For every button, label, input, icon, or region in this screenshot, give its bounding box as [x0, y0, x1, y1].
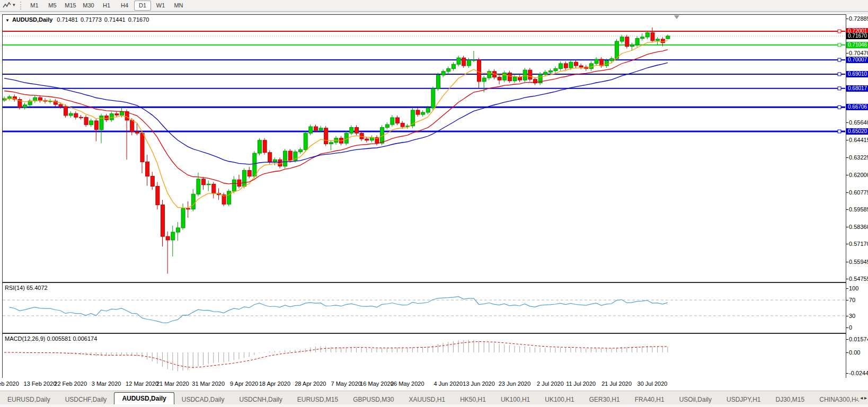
chart-shift-marker-icon[interactable] [674, 15, 679, 19]
timeframe-button-m1[interactable]: M1 [26, 1, 43, 11]
date-axis[interactable]: 4 Feb 202013 Feb 202022 Feb 20203 Mar 20… [0, 378, 868, 390]
macd-tick-label: 0.00 [849, 349, 860, 356]
timeframe-button-m30[interactable]: M30 [80, 1, 97, 11]
level-line-handle[interactable] [838, 73, 841, 76]
candlestick [350, 127, 353, 133]
date-tick-label: 28 Apr 2020 [295, 381, 326, 387]
candlestick [69, 113, 73, 116]
macd-tick-label: -0.024412 [849, 370, 868, 376]
candlestick [426, 108, 430, 112]
candlestick [253, 153, 256, 176]
symbol-tab-uk100-h1[interactable]: UK100,H1 [493, 394, 537, 405]
symbol-tab-eurusd-m15[interactable]: EURUSD,M15 [290, 394, 346, 405]
candlestick [191, 194, 195, 209]
candlestick [212, 184, 216, 193]
symbol-tab-usoil-daily[interactable]: USOil,Daily [672, 394, 719, 405]
price-level-badge: 0.70007 [846, 57, 868, 63]
timeframe-button-w1[interactable]: W1 [152, 1, 169, 11]
candlestick [630, 45, 634, 47]
candlestick [620, 37, 624, 41]
symbol-tab-gbpusd-m30[interactable]: GBPUSD,M30 [346, 394, 401, 405]
candlestick [625, 37, 629, 47]
chart-tool-icon[interactable] [2, 1, 12, 10]
candlestick [74, 113, 78, 117]
candlestick [610, 58, 614, 60]
timeframe-button-h4[interactable]: H4 [116, 1, 133, 11]
candlestick [268, 153, 272, 162]
candlestick [288, 151, 292, 161]
price-tick-label: 0.54755 [849, 276, 868, 282]
symbol-tab-hk50-h1[interactable]: HK50,H1 [453, 394, 493, 405]
price-tick-label: 0.72885 [849, 15, 868, 22]
tab-scroll-left-icon[interactable]: ◂ [860, 395, 863, 401]
price-level-badge: 0.66706 [846, 104, 868, 110]
date-tick-label: 16 May 2020 [360, 381, 394, 387]
price-tick-label: 0.59585 [849, 206, 868, 213]
candlestick [615, 41, 619, 58]
date-tick-label: 23 Jun 2020 [499, 381, 531, 387]
candlestick [181, 208, 185, 228]
price-tick-label: 0.60775 [849, 189, 868, 196]
rsi-plot[interactable] [3, 283, 845, 332]
candlestick [635, 39, 639, 45]
level-line-handle[interactable] [838, 130, 841, 133]
macd-axis[interactable]: 0.0157410.00-0.024412 [846, 333, 868, 377]
candlestick [23, 105, 27, 108]
timeframe-button-mn[interactable]: MN [170, 1, 187, 11]
candlestick [140, 133, 144, 162]
date-tick-label: 7 May 2020 [331, 381, 361, 387]
macd-plot[interactable] [3, 334, 845, 377]
candlestick [656, 39, 660, 41]
symbol-tab-xauusd-h1[interactable]: XAUUSD,H1 [401, 394, 453, 405]
timeframe-button-m15[interactable]: M15 [62, 1, 79, 11]
candlestick [8, 96, 12, 99]
level-line-handle[interactable] [838, 30, 841, 33]
candlestick [319, 128, 323, 130]
chart-tool-dropdown-icon[interactable]: ▾ [13, 2, 15, 7]
level-line-handle[interactable] [838, 43, 841, 47]
candlestick [385, 125, 389, 127]
candlestick [365, 139, 369, 140]
rsi-tick-label: 70 [849, 297, 855, 303]
candlestick [329, 143, 333, 144]
symbol-tab-audusd-daily[interactable]: AUDUSD,Daily [114, 392, 174, 405]
symbol-tab-eurusd-daily[interactable]: EURUSD,Daily [0, 394, 58, 405]
candlestick [416, 110, 420, 114]
toolbar-grip[interactable] [20, 2, 23, 10]
symbol-tab-usdcad-daily[interactable]: USDCAD,Daily [174, 394, 232, 405]
symbol-tab-uk100-h1[interactable]: UK100,H1 [537, 394, 581, 405]
timeframe-buttons: M1M5M15M30H1H4D1W1MN [25, 0, 188, 11]
date-tick-label: 11 Jul 2020 [566, 381, 596, 387]
date-tick-label: 13 Jun 2020 [463, 381, 495, 387]
candlestick [355, 127, 358, 133]
symbol-tab-usdchf-daily[interactable]: USDCHF,Daily [58, 394, 114, 405]
rsi-tick-label: 30 [849, 313, 855, 319]
symbol-tab-usdcnh-daily[interactable]: USDCNH,Daily [232, 394, 289, 405]
level-line-handle[interactable] [838, 87, 841, 90]
tab-scroll-right-icon[interactable]: ▸ [864, 395, 867, 401]
timeframe-button-h1[interactable]: H1 [98, 1, 115, 11]
timeframe-button-m5[interactable]: M5 [44, 1, 61, 11]
date-tick-label: 12 Mar 2020 [126, 381, 158, 387]
symbol-tab-usdjpy-h1[interactable]: USDJPY,H1 [719, 394, 768, 405]
candlestick [437, 75, 440, 89]
candlestick [431, 89, 435, 108]
candlestick [544, 72, 547, 74]
price-plot[interactable] [3, 15, 845, 281]
level-line-handle[interactable] [838, 105, 841, 109]
collapse-chart-icon[interactable]: ▼ [5, 18, 10, 23]
candlestick [64, 107, 68, 116]
candlestick [554, 68, 557, 70]
candlestick [247, 171, 251, 176]
symbol-tab-dj30-m15[interactable]: DJ30,M15 [768, 394, 812, 405]
rsi-axis[interactable]: 10070300 [846, 282, 868, 332]
candlestick [523, 70, 527, 80]
level-line-handle[interactable] [838, 58, 841, 61]
candlestick [273, 160, 277, 162]
candlestick [187, 208, 190, 209]
price-axis[interactable]: 0.728850.704700.656400.644150.632250.620… [846, 14, 868, 281]
symbol-tab-ger30-h1[interactable]: GER30,H1 [582, 394, 627, 405]
symbol-tab-fra40-h1[interactable]: FRA40,H1 [627, 394, 672, 405]
candlestick [472, 60, 476, 60]
timeframe-button-d1[interactable]: D1 [134, 1, 151, 11]
